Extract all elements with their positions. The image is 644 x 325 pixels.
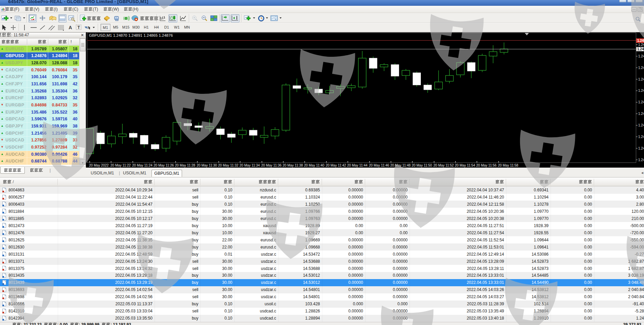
- svg-text:T: T: [77, 25, 80, 30]
- svg-text:20 May 11:58: 20 May 11:58: [498, 164, 518, 167]
- svg-text:20 May 11:54: 20 May 11:54: [455, 164, 475, 167]
- svg-text:1.24860: 1.24860: [638, 54, 644, 58]
- svg-text:GBPUSD,M1 1.24870 1.24891 1.2: GBPUSD,M1 1.24870 1.24891 1.24865 1.2487…: [89, 33, 173, 37]
- svg-text:20 May 11:56: 20 May 11:56: [476, 164, 497, 167]
- svg-text:1.24810: 1.24810: [638, 78, 644, 81]
- svg-text:20 May 11:24: 20 May 11:24: [132, 164, 153, 167]
- svg-text:20 May 11:32: 20 May 11:32: [218, 164, 238, 167]
- svg-text:20 May 11:42: 20 May 11:42: [326, 164, 346, 167]
- svg-text:20 May 11:38: 20 May 11:38: [283, 164, 303, 167]
- svg-text:20 May 11:28: 20 May 11:28: [175, 164, 195, 167]
- svg-text:20 May 11:48: 20 May 11:48: [390, 164, 411, 167]
- svg-text:20 May 11:50: 20 May 11:50: [412, 164, 432, 167]
- svg-text:20 May 11:26: 20 May 11:26: [154, 164, 174, 167]
- svg-text:20 May 11:44: 20 May 11:44: [347, 164, 368, 167]
- svg-text:1.24635: 1.24635: [638, 158, 644, 162]
- svg-text:1.24660: 1.24660: [638, 147, 644, 150]
- svg-text:1.2489: 1.2489: [637, 39, 644, 42]
- svg-text:1.24735: 1.24735: [638, 112, 644, 116]
- svg-text:1.24710: 1.24710: [638, 123, 644, 127]
- svg-text:20 May 11:46: 20 May 11:46: [369, 164, 389, 167]
- svg-text:20 May 11:34: 20 May 11:34: [239, 164, 260, 167]
- svg-text:20 May 11:52: 20 May 11:52: [433, 164, 454, 167]
- svg-text:1.2487: 1.2487: [637, 47, 644, 51]
- svg-text:20 May 11:36: 20 May 11:36: [261, 164, 282, 167]
- svg-text:1.24760: 1.24760: [638, 100, 644, 104]
- svg-text:20 May 2022: 20 May 2022: [89, 164, 109, 167]
- svg-text:1.24685: 1.24685: [638, 135, 644, 139]
- svg-text:20 May 11:40: 20 May 11:40: [304, 164, 324, 167]
- svg-text:20 May 11:30: 20 May 11:30: [197, 164, 217, 167]
- svg-text:1.24785: 1.24785: [638, 89, 644, 92]
- svg-text:1.24835: 1.24835: [638, 66, 644, 70]
- svg-text:A: A: [69, 25, 72, 30]
- svg-text:1.24885: 1.24885: [638, 43, 644, 47]
- svg-text:20 May 11:22: 20 May 11:22: [110, 164, 131, 167]
